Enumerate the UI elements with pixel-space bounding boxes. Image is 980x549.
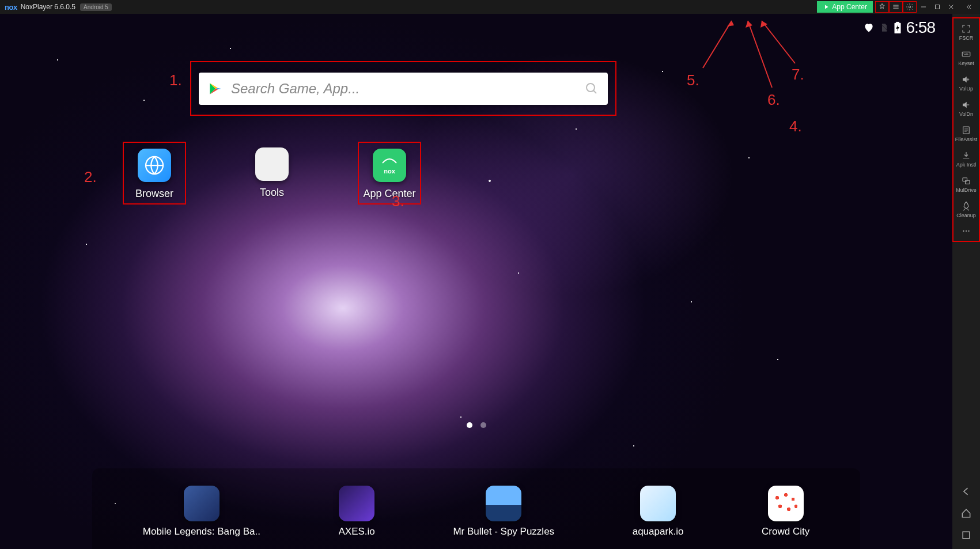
multidrive-icon bbox=[961, 176, 971, 186]
menu-icon[interactable] bbox=[889, 1, 903, 13]
toolbar-voldn-label: VolDn bbox=[959, 111, 973, 117]
minimize-icon[interactable] bbox=[917, 1, 930, 13]
page-indicator[interactable] bbox=[467, 422, 486, 428]
svg-rect-15 bbox=[966, 180, 970, 184]
nav-home[interactable] bbox=[960, 508, 972, 521]
toolbar-voldn[interactable]: VolDn bbox=[953, 96, 979, 121]
app-appcenter-label: App Center bbox=[363, 188, 415, 200]
dock-label-4: Crowd City bbox=[762, 526, 809, 537]
search-highlight-box bbox=[190, 61, 616, 116]
annotation-4: 4. bbox=[789, 118, 802, 135]
dock-item-axes[interactable]: AXES.io bbox=[339, 486, 375, 537]
svg-line-6 bbox=[748, 21, 772, 88]
theme-icon[interactable] bbox=[875, 1, 889, 13]
app-center-label: App Center bbox=[832, 3, 867, 11]
toolbar-apkinstl-label: Apk Instl bbox=[956, 162, 977, 168]
emulator-screen[interactable]: 6:58 1. 2. 3. 4. 5. 6. 7. Br bbox=[0, 14, 952, 549]
page-dot-2[interactable] bbox=[480, 422, 486, 428]
app-center-button[interactable]: App Center bbox=[817, 1, 873, 13]
toolbar-apkinstl[interactable]: Apk Instl bbox=[953, 146, 979, 172]
toolbar-muldrive-label: MulDrive bbox=[956, 187, 977, 193]
dock-item-aquapark[interactable]: aquapark.io bbox=[633, 486, 684, 537]
app-title: NoxPlayer 6.6.0.5 bbox=[21, 3, 75, 11]
toolbar-volup[interactable]: VolUp bbox=[953, 70, 979, 96]
toolbar-cleanup[interactable]: Cleanup bbox=[953, 197, 979, 222]
svg-marker-5 bbox=[727, 21, 734, 26]
search-icon[interactable] bbox=[585, 82, 599, 96]
annotation-5: 5. bbox=[687, 71, 699, 89]
dock-label-2: Mr Bullet - Spy Puzzles bbox=[453, 526, 554, 537]
svg-point-16 bbox=[963, 230, 964, 232]
annotation-6: 6. bbox=[767, 91, 780, 109]
nav-recent[interactable] bbox=[960, 529, 972, 543]
rocket-icon bbox=[961, 201, 971, 211]
arrow-5 bbox=[691, 17, 737, 75]
arrow-6 bbox=[737, 17, 784, 92]
app-appcenter[interactable]: nox App Center bbox=[358, 142, 421, 205]
toolbar-fullscreen-label: FSCR bbox=[959, 35, 974, 41]
app-browser[interactable]: Browser bbox=[123, 142, 186, 205]
maximize-icon[interactable] bbox=[930, 1, 944, 13]
dock-icon-aquapark bbox=[640, 486, 676, 521]
annotation-2: 2. bbox=[84, 168, 97, 186]
svg-rect-12 bbox=[962, 52, 970, 56]
home-apps-row: Browser Tools nox App Center bbox=[127, 142, 417, 205]
heart-icon bbox=[862, 22, 875, 33]
app-browser-label: Browser bbox=[135, 188, 173, 200]
dock-item-mobile-legends[interactable]: Mobile Legends: Bang Ba.. bbox=[143, 486, 260, 537]
page-dot-1[interactable] bbox=[467, 422, 472, 428]
file-icon bbox=[961, 125, 971, 135]
google-play-icon bbox=[208, 81, 223, 96]
android-nav-buttons bbox=[952, 486, 980, 549]
svg-rect-1 bbox=[936, 5, 940, 9]
android-badge: Android 5 bbox=[80, 3, 112, 11]
close-icon[interactable] bbox=[944, 1, 958, 13]
tools-folder-icon bbox=[255, 147, 289, 181]
nox-logo: nox bbox=[5, 3, 17, 12]
dock-label-1: AXES.io bbox=[339, 526, 375, 537]
svg-rect-19 bbox=[963, 532, 970, 539]
svg-line-8 bbox=[762, 21, 795, 63]
fullscreen-icon bbox=[961, 24, 971, 34]
svg-point-10 bbox=[587, 84, 595, 92]
search-input[interactable] bbox=[231, 81, 577, 97]
svg-line-4 bbox=[703, 21, 732, 68]
appcenter-icon: nox bbox=[373, 149, 406, 182]
dock-item-crowdcity[interactable]: Crowd City bbox=[762, 486, 809, 537]
volume-down-icon bbox=[961, 100, 971, 110]
nav-back[interactable] bbox=[960, 486, 972, 499]
search-bar[interactable] bbox=[199, 73, 608, 105]
svg-point-0 bbox=[909, 6, 911, 8]
no-sim-icon bbox=[880, 22, 889, 33]
dock-icon-axes bbox=[339, 486, 374, 521]
more-icon bbox=[961, 226, 971, 236]
toolbar-more[interactable] bbox=[953, 222, 979, 240]
dock-label-0: Mobile Legends: Bang Ba.. bbox=[143, 526, 260, 537]
svg-point-17 bbox=[966, 230, 967, 232]
toolbar-keyset[interactable]: Keyset bbox=[953, 45, 979, 70]
apk-icon bbox=[961, 150, 971, 161]
annotation-1: 1. bbox=[169, 71, 182, 89]
toolbar-fileassist-label: FileAssist bbox=[955, 137, 978, 142]
svg-marker-7 bbox=[746, 21, 752, 28]
toolbar-fileassist[interactable]: FileAssist bbox=[953, 121, 979, 146]
svg-rect-3 bbox=[896, 22, 899, 24]
android-status-bar: 6:58 bbox=[862, 18, 936, 37]
svg-rect-14 bbox=[963, 178, 967, 181]
titlebar: nox NoxPlayer 6.6.0.5 Android 5 App Cent… bbox=[0, 0, 980, 14]
toolbar-muldrive[interactable]: MulDrive bbox=[953, 172, 979, 197]
toolbar-cleanup-label: Cleanup bbox=[956, 213, 976, 218]
dock-item-mrbullet[interactable]: Mr Bullet - Spy Puzzles bbox=[453, 486, 554, 537]
toolbar-volup-label: VolUp bbox=[959, 86, 973, 92]
svg-marker-9 bbox=[760, 21, 767, 28]
browser-icon bbox=[138, 149, 171, 182]
status-time: 6:58 bbox=[906, 18, 936, 37]
app-tools-folder[interactable]: Tools bbox=[244, 142, 300, 205]
toolbar-fullscreen[interactable]: FSCR bbox=[953, 20, 979, 45]
dock-icon-crowdcity bbox=[768, 486, 804, 521]
collapse-toolbar-icon[interactable] bbox=[962, 1, 975, 13]
play-icon bbox=[823, 3, 830, 10]
gear-icon[interactable] bbox=[903, 1, 917, 13]
annotation-7: 7. bbox=[792, 66, 804, 84]
battery-charging-icon bbox=[894, 21, 902, 34]
